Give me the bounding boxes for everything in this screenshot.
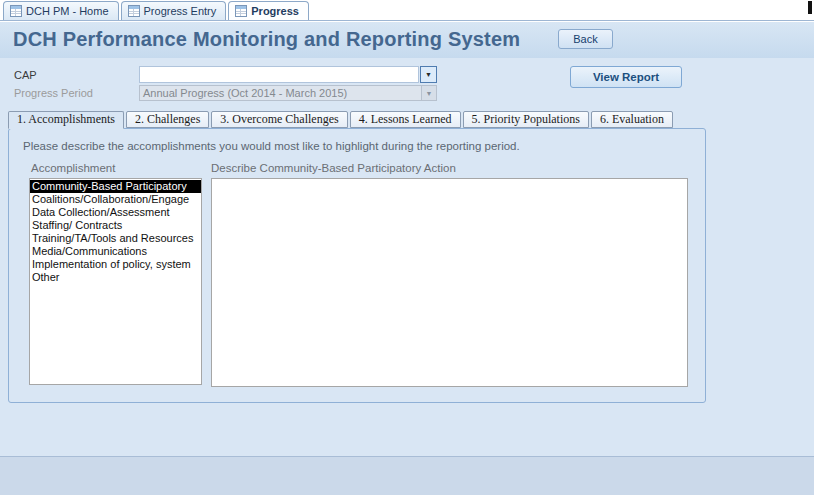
scrollbar-thumb[interactable] xyxy=(808,1,812,14)
document-tab-strip: DCH PM - Home Progress Entry Progress xyxy=(0,0,814,21)
doc-tab-label: Progress Entry xyxy=(144,5,217,17)
page-title: DCH Performance Monitoring and Reporting… xyxy=(13,28,520,51)
back-button[interactable]: Back xyxy=(558,29,613,49)
tab-accomplishments[interactable]: 1. Accomplishments xyxy=(8,111,124,129)
doc-tab-progress[interactable]: Progress xyxy=(228,1,309,20)
application-window: DCH PM - Home Progress Entry Progress DC… xyxy=(0,0,814,495)
chevron-down-icon: ▼ xyxy=(425,71,432,78)
form-icon xyxy=(10,5,22,17)
doc-tab-progress-entry[interactable]: Progress Entry xyxy=(121,1,227,20)
list-item[interactable]: Staffing/ Contracts xyxy=(30,219,201,232)
list-item[interactable]: Other xyxy=(30,271,201,284)
window-footer-area xyxy=(0,456,814,495)
cap-combobox-value[interactable] xyxy=(139,66,419,83)
progress-period-combobox[interactable]: Annual Progress (Oct 2014 - March 2015) … xyxy=(139,85,437,101)
list-item[interactable]: Media/Communications xyxy=(30,245,201,258)
doc-tab-label: Progress xyxy=(251,5,299,17)
progress-period-value[interactable]: Annual Progress (Oct 2014 - March 2015) xyxy=(139,85,422,101)
list-item[interactable]: Training/TA/Tools and Resources xyxy=(30,232,201,245)
tab-challenges[interactable]: 2. Challenges xyxy=(126,111,209,128)
accomplishment-listbox[interactable]: Community-Based Participatory Coalitions… xyxy=(29,178,202,385)
list-item[interactable]: Data Collection/Assessment xyxy=(30,206,201,219)
chevron-down-icon: ▼ xyxy=(426,90,433,97)
form-icon xyxy=(235,5,247,17)
tab-evaluation[interactable]: 6. Evaluation xyxy=(591,111,673,128)
cap-dropdown-button[interactable]: ▼ xyxy=(420,66,437,83)
section-tab-bar: 1. Accomplishments 2. Challenges 3. Over… xyxy=(8,111,675,129)
doc-tab-dch-pm-home[interactable]: DCH PM - Home xyxy=(3,1,119,20)
describe-label: Describe Community-Based Participatory A… xyxy=(211,162,456,174)
view-report-button[interactable]: View Report xyxy=(570,66,682,88)
list-item[interactable]: Implementation of policy, system xyxy=(30,258,201,271)
doc-tab-label: DCH PM - Home xyxy=(26,5,109,17)
list-item[interactable]: Coalitions/Collaboration/Engage xyxy=(30,193,201,206)
tab-lessons-learned[interactable]: 4. Lessons Learned xyxy=(350,111,461,128)
instruction-text: Please describe the accomplishments you … xyxy=(23,140,520,152)
cap-combobox[interactable]: ▼ xyxy=(139,66,437,83)
tab-overcome-challenges[interactable]: 3. Overcome Challenges xyxy=(211,111,347,128)
progress-period-label: Progress Period xyxy=(14,87,93,99)
progress-period-dropdown-button[interactable]: ▼ xyxy=(422,85,437,101)
header: DCH Performance Monitoring and Reporting… xyxy=(0,22,814,58)
tab-priority-populations[interactable]: 5. Priority Populations xyxy=(463,111,589,128)
accomplishment-list-label: Accomplishment xyxy=(31,162,115,174)
describe-textarea[interactable] xyxy=(211,178,688,387)
form-icon xyxy=(128,5,140,17)
list-item[interactable]: Community-Based Participatory xyxy=(30,180,201,193)
cap-label: CAP xyxy=(14,69,37,81)
accomplishments-pane: Please describe the accomplishments you … xyxy=(8,128,706,403)
